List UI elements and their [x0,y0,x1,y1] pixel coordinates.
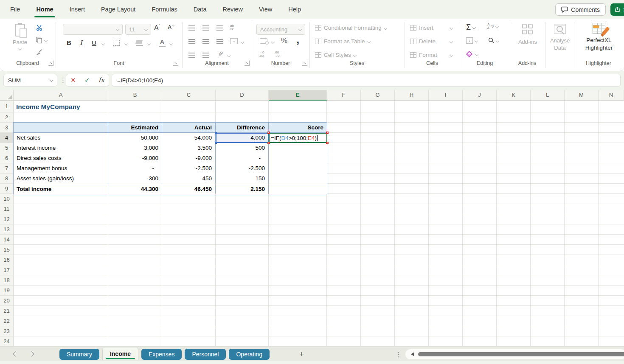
menu-data[interactable]: Data [193,4,208,14]
cell[interactable]: -2.500 [216,163,269,174]
increase-decimal-button[interactable]: ←0.00 [259,51,264,58]
cell[interactable] [14,123,108,133]
row-header-24[interactable]: 24 [0,336,14,347]
horizontal-scrollbar[interactable] [405,349,624,359]
cell[interactable]: Net sales [14,133,108,143]
cell[interactable]: - [108,163,162,174]
cell[interactable] [269,174,327,184]
accounting-chevron-icon[interactable] [271,40,275,44]
scroll-left-arrow-icon[interactable] [411,352,414,356]
referenced-cell-d4-highlight[interactable] [216,133,269,143]
row-header-6[interactable]: 6 [0,153,14,163]
align-middle-icon[interactable] [202,25,209,31]
cell[interactable]: 3.000 [108,143,162,153]
column-header-I[interactable]: I [429,90,463,101]
cell[interactable]: -2.500 [162,163,216,174]
delete-cells-button[interactable]: Delete [410,38,453,45]
conditional-formatting-button[interactable]: Conditional Formatting [315,25,387,31]
sheet-tab-expenses[interactable]: Expenses [141,349,182,360]
cell[interactable]: Interest income [14,143,108,153]
column-header-K[interactable]: K [497,90,531,101]
row-header-17[interactable]: 17 [0,265,14,275]
align-center-icon[interactable] [202,39,209,44]
cell[interactable]: - [216,153,269,163]
next-sheet-arrow-icon[interactable] [29,351,34,357]
cell[interactable]: Asset sales (gain/loss) [14,174,108,184]
font-dialog-launcher[interactable]: ↘ [173,61,178,66]
cell[interactable]: 54.000 [162,133,216,143]
cell[interactable]: 3.500 [162,143,216,153]
accounting-format-button[interactable] [260,38,267,44]
row-header-20[interactable]: 20 [0,296,14,306]
clipboard-dialog-launcher[interactable]: ↘ [48,61,53,66]
autosum-button[interactable]: Σ [466,23,475,32]
cell[interactable]: 50.000 [108,133,162,143]
sheet-tab-personnel[interactable]: Personnel [185,349,226,360]
column-header-A[interactable]: A [14,90,108,101]
row-header-1[interactable]: 1 [0,101,14,112]
insert-cells-button[interactable]: Insert [410,25,453,31]
comma-style-button[interactable]: , [296,33,299,46]
cell[interactable]: Total income [14,184,108,194]
orientation-button[interactable]: ab [217,50,224,57]
underline-chevron-icon[interactable] [101,42,105,45]
merge-center-button[interactable]: ↔ [230,38,238,44]
cell[interactable]: 44.300 [108,184,162,194]
font-color-button[interactable]: A [159,38,166,47]
row-header-2[interactable]: 2 [0,112,14,123]
column-header-H[interactable]: H [395,90,429,101]
sheet-tab-income[interactable]: Income [102,347,138,360]
cell[interactable]: Difference [216,123,269,133]
column-header-B[interactable]: B [108,90,162,101]
name-box[interactable]: SUM [3,74,57,87]
cell[interactable]: 150 [216,174,269,184]
column-header-D[interactable]: D [216,90,269,101]
clear-button[interactable] [467,52,478,56]
sheet-options-dots[interactable]: ⋮ [395,350,402,358]
new-sheet-button[interactable]: + [299,350,304,358]
row-header-22[interactable]: 22 [0,316,14,326]
copy-button[interactable] [36,36,47,44]
fill-button[interactable]: ↓ [466,37,478,44]
borders-chevron-icon[interactable] [124,42,128,45]
underline-button[interactable]: U [92,39,96,46]
menu-view[interactable]: View [258,4,273,14]
share-button[interactable]: Share [610,3,624,16]
row-header-10[interactable]: 10 [0,194,14,204]
row-header-19[interactable]: 19 [0,286,14,296]
column-header-N[interactable]: N [599,90,624,101]
shrink-font-button[interactable]: A [168,24,174,31]
row-header-3[interactable]: 3 [0,123,14,133]
row-header-16[interactable]: 16 [0,255,14,265]
fill-color-button[interactable] [136,40,143,46]
row-header-4[interactable]: 4 [0,133,14,143]
format-as-table-button[interactable]: Format as Table [315,38,370,45]
cell[interactable] [269,184,327,194]
analyse-data-button[interactable]: AnalyseData [548,24,571,51]
enter-button[interactable]: ✓ [84,76,90,84]
cancel-button[interactable]: ✕ [70,76,76,84]
column-header-G[interactable]: G [361,90,395,101]
menu-home[interactable]: Home [35,4,54,14]
decrease-indent-icon[interactable] [188,53,195,58]
cell[interactable]: Direct sales costs [14,153,108,163]
paste-button[interactable]: Paste [8,23,32,59]
menu-review[interactable]: Review [222,4,244,14]
horizontal-scrollbar-thumb[interactable] [418,352,624,356]
italic-button[interactable]: I [80,39,82,47]
comments-button[interactable]: Comments [555,3,606,16]
cell[interactable] [269,153,327,163]
align-left-icon[interactable] [188,39,195,44]
increase-indent-icon[interactable] [202,53,209,58]
orientation-chevron-icon[interactable] [227,54,230,57]
sheet-tab-summary[interactable]: Summary [59,349,99,360]
cut-button[interactable] [36,24,43,31]
row-header-18[interactable]: 18 [0,275,14,286]
wrap-text-button[interactable]: abc↵ [230,24,235,31]
cell[interactable]: -9.000 [162,153,216,163]
grow-font-button[interactable]: Aˆ [154,24,160,32]
cell[interactable] [269,163,327,174]
menu-formulas[interactable]: Formulas [151,4,178,14]
align-bottom-icon[interactable] [216,25,223,31]
column-header-F[interactable]: F [327,90,361,101]
